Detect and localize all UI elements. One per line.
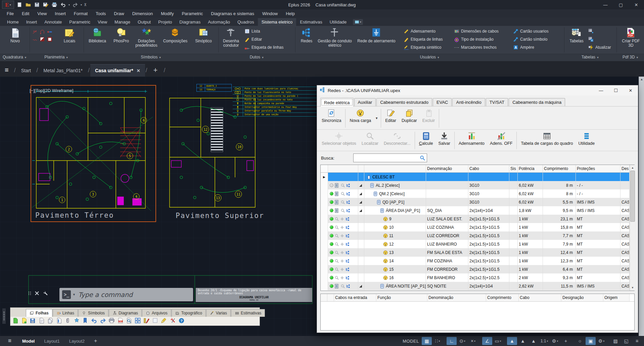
- circuit-row[interactable]: QM.2 [Celesc]3G106,02 kW8 m- / -: [321, 189, 630, 198]
- menu-file[interactable]: File: [3, 9, 18, 17]
- bottom-column-header-denomina-o[interactable]: Denominação: [427, 294, 486, 301]
- row-expand[interactable]: [358, 173, 364, 181]
- table-scrollbar[interactable]: ▲ ▼: [630, 165, 635, 291]
- ribbon-button-amp-re[interactable]: AAmpère: [513, 45, 534, 50]
- layout-tab-layout2[interactable]: Layout2: [64, 339, 89, 344]
- row-expand[interactable]: [358, 240, 364, 248]
- redo-icon[interactable]: [100, 317, 106, 325]
- status-hardware-acceleration-button[interactable]: ▣: [586, 337, 596, 345]
- panel-label-planimetria[interactable]: Planimetria ▼: [44, 55, 68, 59]
- attach-icon[interactable]: [65, 317, 71, 325]
- ribbon-button-locais[interactable]: Locais: [58, 27, 81, 43]
- menu-draw[interactable]: Draw: [110, 9, 128, 17]
- redo-icon[interactable]: [72, 1, 79, 8]
- dialog-button-sincroniza[interactable]: Sincroniza: [319, 108, 344, 129]
- ribbon-tab-home[interactable]: Home: [3, 18, 22, 26]
- table-splitter[interactable]: [317, 291, 638, 294]
- preview-icon[interactable]: [126, 317, 132, 325]
- planimetria-tool-4-icon[interactable]: [32, 37, 40, 44]
- row-icons[interactable]: [328, 273, 358, 282]
- row-icons[interactable]: [328, 257, 358, 265]
- command-close-icon[interactable]: [35, 291, 39, 296]
- scroll-up-icon[interactable]: ▲: [639, 77, 644, 82]
- file-tabs-menu-icon[interactable]: ≡: [0, 66, 13, 77]
- undo-icon[interactable]: [60, 1, 66, 8]
- dock-tab-diagramas[interactable]: Diagramas: [109, 309, 142, 317]
- ribbon-button-gest-o-de-conduto-el-trico[interactable]: Gestão de conduto elétrico: [317, 27, 353, 48]
- ribbon-tab-sistema-eletrico[interactable]: Sistema eletrico: [258, 18, 296, 26]
- ribbon-button-atualizar[interactable]: Atualizar: [588, 45, 611, 50]
- ribbon-button-cart-o-s-mbolo[interactable]: Cartão símbolo: [513, 37, 547, 42]
- planimetria-tool-1-icon[interactable]: [32, 29, 40, 37]
- row-icons[interactable]: [328, 189, 358, 198]
- bottom-column-header-fun-o[interactable]: Função: [376, 294, 427, 301]
- file-tab-metal-jas-plan01-[interactable]: Metal Jas_Plan01*: [39, 64, 87, 77]
- dialog-button-duplicar[interactable]: Duplicar: [399, 108, 420, 129]
- new-layout-button[interactable]: +: [91, 338, 100, 344]
- dialog-button-salvar[interactable]: Salvar: [436, 131, 453, 150]
- ribbon-button-dota-es-predefinidos[interactable]: Dotações predefinidos: [133, 27, 160, 48]
- dock-tab-varias[interactable]: Varias: [206, 309, 231, 317]
- close-button[interactable]: ✕: [629, 0, 644, 9]
- row-icons[interactable]: [328, 223, 358, 231]
- circuit-row[interactable]: 11LUZ CORREDOR2x(1x1.5)+1G1.51 kW7,7 mMT…: [321, 231, 630, 240]
- ribbon-button-dimens-es-de-cabos[interactable]: Dimensões de cabos: [454, 29, 499, 34]
- ribbon-button-redes[interactable]: Redes: [297, 27, 316, 43]
- status-annotation-scale-button[interactable]: 1:1▾: [539, 337, 549, 345]
- ribbon-button-marcadores-trechos[interactable]: Marcadores trechos: [454, 45, 497, 50]
- ribbon-button-etiqueta-sint-tico[interactable]: Etiqueta sintético: [404, 45, 441, 50]
- table-scroll-thumb[interactable]: [630, 171, 635, 222]
- dialog-tab-anti-inc-ndio[interactable]: Anti-incêndio: [452, 98, 485, 106]
- dialog-button-tabela-de-cargas-do-quadro[interactable]: Tabela de cargas do quadro: [518, 131, 576, 150]
- dialog-minimize-button[interactable]: —: [594, 86, 608, 95]
- row-expand[interactable]: [358, 206, 364, 215]
- table-scroll-down-icon[interactable]: ▼: [630, 285, 635, 291]
- file-tab-start[interactable]: Start: [16, 64, 36, 77]
- circuit-row[interactable]: 10LUZ COZINHA2x(1x1.5)+1G1.51 kW15,8 mMT…: [321, 223, 630, 231]
- save-as-icon[interactable]: [42, 1, 49, 8]
- column-header-cabo[interactable]: Cabo: [468, 165, 509, 172]
- dialog-close-button[interactable]: ✕: [623, 86, 638, 95]
- maximize-button[interactable]: ▢: [613, 0, 629, 9]
- app-logo[interactable]: E▾: [2, 1, 14, 9]
- menu-window[interactable]: Window: [258, 9, 282, 17]
- file-tab-casa-unifamiliar-[interactable]: Casa unifamiliar*✕: [90, 64, 145, 77]
- row-expand[interactable]: [358, 189, 364, 198]
- ribbon-button-rede-de-aterramento[interactable]: Rede de aterramento: [355, 27, 398, 43]
- ribbon-button-novo[interactable]: Novo: [4, 27, 26, 43]
- clean-icon[interactable]: [161, 317, 167, 325]
- bottom-column-header-cabos-na-entrada[interactable]: Cabos na entrada: [334, 294, 376, 301]
- viewport-controls[interactable]: [−][Top][2D Wireframe]: [30, 88, 73, 93]
- ribbon-tab-quadros[interactable]: Quadros: [234, 18, 258, 26]
- circuit-row[interactable]: 12LUZ BANHEIRO2x(1x1.5)+1G1.51 kW7,9 mMT…: [321, 240, 630, 248]
- menu-help[interactable]: Help: [282, 9, 299, 17]
- ribbon-button-biblioteca[interactable]: Biblioteca: [85, 27, 110, 43]
- column-header-prote-es[interactable]: Proteções: [576, 165, 620, 172]
- dialog-tab-evac[interactable]: EVAC: [433, 98, 452, 106]
- ribbon-button-lista[interactable]: Lista: [244, 29, 260, 34]
- new-drawing-tab-button[interactable]: +: [148, 64, 163, 77]
- command-input[interactable]: >_ ▼ Type a command: [59, 288, 193, 301]
- panel-label-usuários[interactable]: Usuários ▼: [420, 55, 440, 59]
- dock-tab-linhas[interactable]: Linhas: [53, 309, 78, 317]
- bottom-column-header-cabo[interactable]: Cabo: [519, 294, 561, 301]
- dialog-button-calcule[interactable]: Calcule: [416, 131, 436, 150]
- new-sheet-icon[interactable]: [12, 317, 19, 325]
- tile-view-icon[interactable]: [135, 317, 141, 325]
- undo-caret-icon[interactable]: ▾: [68, 3, 70, 6]
- row-expand[interactable]: [358, 231, 364, 240]
- dialog-tab-tv-sat[interactable]: TV/SAT: [486, 98, 508, 106]
- ribbon-button-composi-es[interactable]: Composições: [160, 27, 190, 43]
- ribbon-tab-insert[interactable]: Insert: [22, 18, 41, 26]
- dialog-button-utilidade[interactable]: Utilidade: [576, 131, 597, 150]
- pdf-export-icon[interactable]: PDF: [117, 317, 124, 325]
- sheet-properties-icon[interactable]: [56, 317, 62, 325]
- panel-label-quadratura[interactable]: Quadratura ▼: [3, 55, 27, 59]
- ribbon-tab-utilidade[interactable]: Utilidade: [326, 18, 351, 26]
- dialog-tab-cabeamento-estruturado[interactable]: Cabeamento estruturado: [376, 98, 432, 106]
- circuit-row[interactable]: QD [AP_P1]3G106,02 kW5,5 mIMS / IMSCAS: [321, 198, 630, 206]
- wizard-icon[interactable]: [74, 317, 80, 325]
- status-object-snap-settings-button[interactable]: ▭▾: [493, 337, 503, 345]
- ribbon-button-adensamento[interactable]: Adensamento: [404, 29, 435, 34]
- ribbon-button-criar-pdf-3d[interactable]: PDFCriar PDF 3D: [620, 27, 642, 48]
